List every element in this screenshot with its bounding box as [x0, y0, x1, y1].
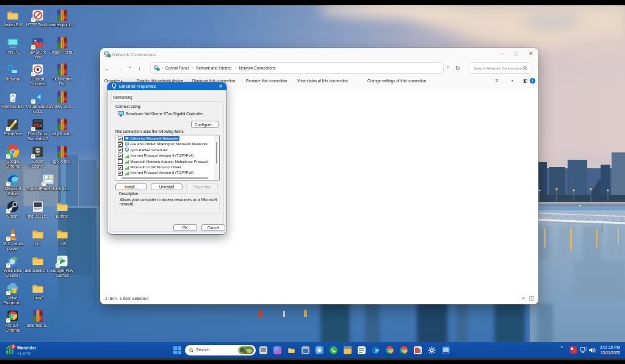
svg-text:3: 3: [12, 344, 15, 349]
